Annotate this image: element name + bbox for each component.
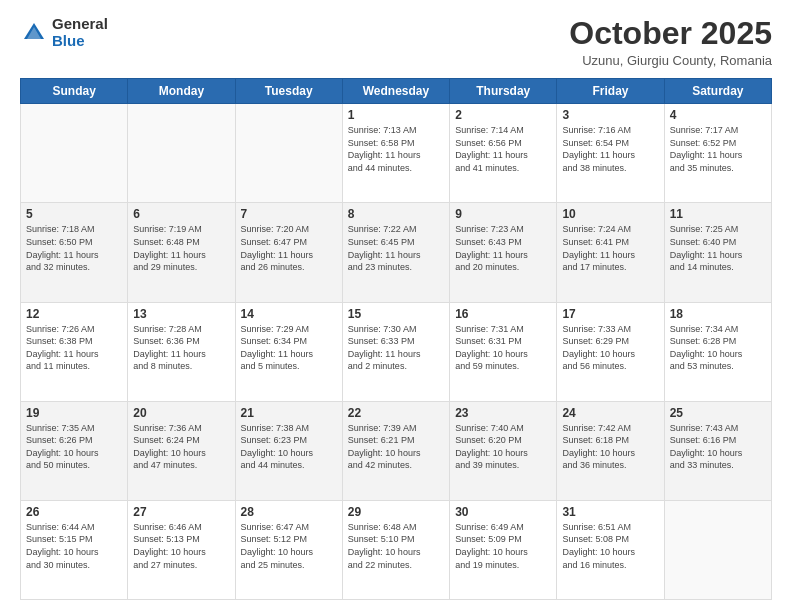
day-info: Sunrise: 6:49 AM Sunset: 5:09 PM Dayligh… [455,521,551,571]
day-number: 7 [241,207,337,221]
day-info: Sunrise: 6:48 AM Sunset: 5:10 PM Dayligh… [348,521,444,571]
day-number: 12 [26,307,122,321]
day-number: 19 [26,406,122,420]
logo-general-text: General [52,16,108,33]
day-cell [235,104,342,203]
day-header-monday: Monday [128,79,235,104]
day-cell: 22Sunrise: 7:39 AM Sunset: 6:21 PM Dayli… [342,401,449,500]
day-number: 17 [562,307,658,321]
day-cell: 25Sunrise: 7:43 AM Sunset: 6:16 PM Dayli… [664,401,771,500]
day-cell [21,104,128,203]
day-number: 13 [133,307,229,321]
day-cell: 30Sunrise: 6:49 AM Sunset: 5:09 PM Dayli… [450,500,557,599]
day-info: Sunrise: 7:36 AM Sunset: 6:24 PM Dayligh… [133,422,229,472]
day-info: Sunrise: 7:18 AM Sunset: 6:50 PM Dayligh… [26,223,122,273]
day-cell: 3Sunrise: 7:16 AM Sunset: 6:54 PM Daylig… [557,104,664,203]
logo-text: General Blue [52,16,108,49]
day-info: Sunrise: 7:26 AM Sunset: 6:38 PM Dayligh… [26,323,122,373]
day-info: Sunrise: 7:30 AM Sunset: 6:33 PM Dayligh… [348,323,444,373]
day-info: Sunrise: 6:44 AM Sunset: 5:15 PM Dayligh… [26,521,122,571]
day-cell: 18Sunrise: 7:34 AM Sunset: 6:28 PM Dayli… [664,302,771,401]
day-header-friday: Friday [557,79,664,104]
week-row-0: 1Sunrise: 7:13 AM Sunset: 6:58 PM Daylig… [21,104,772,203]
day-header-thursday: Thursday [450,79,557,104]
day-info: Sunrise: 7:35 AM Sunset: 6:26 PM Dayligh… [26,422,122,472]
day-number: 16 [455,307,551,321]
day-cell: 21Sunrise: 7:38 AM Sunset: 6:23 PM Dayli… [235,401,342,500]
day-info: Sunrise: 7:13 AM Sunset: 6:58 PM Dayligh… [348,124,444,174]
day-cell: 9Sunrise: 7:23 AM Sunset: 6:43 PM Daylig… [450,203,557,302]
day-cell: 12Sunrise: 7:26 AM Sunset: 6:38 PM Dayli… [21,302,128,401]
day-header-tuesday: Tuesday [235,79,342,104]
day-cell: 17Sunrise: 7:33 AM Sunset: 6:29 PM Dayli… [557,302,664,401]
day-info: Sunrise: 6:46 AM Sunset: 5:13 PM Dayligh… [133,521,229,571]
day-info: Sunrise: 7:14 AM Sunset: 6:56 PM Dayligh… [455,124,551,174]
day-number: 21 [241,406,337,420]
day-info: Sunrise: 7:28 AM Sunset: 6:36 PM Dayligh… [133,323,229,373]
day-number: 3 [562,108,658,122]
day-number: 4 [670,108,766,122]
day-info: Sunrise: 7:23 AM Sunset: 6:43 PM Dayligh… [455,223,551,273]
day-info: Sunrise: 7:25 AM Sunset: 6:40 PM Dayligh… [670,223,766,273]
day-number: 22 [348,406,444,420]
day-header-wednesday: Wednesday [342,79,449,104]
day-number: 25 [670,406,766,420]
header-row: SundayMondayTuesdayWednesdayThursdayFrid… [21,79,772,104]
day-cell: 6Sunrise: 7:19 AM Sunset: 6:48 PM Daylig… [128,203,235,302]
logo-blue-text: Blue [52,33,108,50]
day-cell: 31Sunrise: 6:51 AM Sunset: 5:08 PM Dayli… [557,500,664,599]
day-cell: 13Sunrise: 7:28 AM Sunset: 6:36 PM Dayli… [128,302,235,401]
day-cell: 11Sunrise: 7:25 AM Sunset: 6:40 PM Dayli… [664,203,771,302]
day-number: 28 [241,505,337,519]
day-number: 6 [133,207,229,221]
day-info: Sunrise: 7:34 AM Sunset: 6:28 PM Dayligh… [670,323,766,373]
day-cell: 8Sunrise: 7:22 AM Sunset: 6:45 PM Daylig… [342,203,449,302]
day-info: Sunrise: 7:19 AM Sunset: 6:48 PM Dayligh… [133,223,229,273]
day-cell: 28Sunrise: 6:47 AM Sunset: 5:12 PM Dayli… [235,500,342,599]
day-cell: 5Sunrise: 7:18 AM Sunset: 6:50 PM Daylig… [21,203,128,302]
day-number: 20 [133,406,229,420]
day-info: Sunrise: 6:51 AM Sunset: 5:08 PM Dayligh… [562,521,658,571]
day-number: 9 [455,207,551,221]
day-info: Sunrise: 7:29 AM Sunset: 6:34 PM Dayligh… [241,323,337,373]
day-info: Sunrise: 7:38 AM Sunset: 6:23 PM Dayligh… [241,422,337,472]
day-number: 10 [562,207,658,221]
day-number: 5 [26,207,122,221]
day-info: Sunrise: 7:39 AM Sunset: 6:21 PM Dayligh… [348,422,444,472]
day-cell: 29Sunrise: 6:48 AM Sunset: 5:10 PM Dayli… [342,500,449,599]
day-info: Sunrise: 7:40 AM Sunset: 6:20 PM Dayligh… [455,422,551,472]
header: General Blue October 2025 Uzunu, Giurgiu… [20,16,772,68]
day-cell: 23Sunrise: 7:40 AM Sunset: 6:20 PM Dayli… [450,401,557,500]
day-header-saturday: Saturday [664,79,771,104]
day-number: 14 [241,307,337,321]
day-cell: 15Sunrise: 7:30 AM Sunset: 6:33 PM Dayli… [342,302,449,401]
week-row-4: 26Sunrise: 6:44 AM Sunset: 5:15 PM Dayli… [21,500,772,599]
day-cell: 16Sunrise: 7:31 AM Sunset: 6:31 PM Dayli… [450,302,557,401]
day-cell: 1Sunrise: 7:13 AM Sunset: 6:58 PM Daylig… [342,104,449,203]
logo: General Blue [20,16,108,49]
day-cell [664,500,771,599]
day-number: 26 [26,505,122,519]
day-cell: 19Sunrise: 7:35 AM Sunset: 6:26 PM Dayli… [21,401,128,500]
day-info: Sunrise: 6:47 AM Sunset: 5:12 PM Dayligh… [241,521,337,571]
calendar-table: SundayMondayTuesdayWednesdayThursdayFrid… [20,78,772,600]
day-info: Sunrise: 7:17 AM Sunset: 6:52 PM Dayligh… [670,124,766,174]
day-number: 11 [670,207,766,221]
day-cell: 14Sunrise: 7:29 AM Sunset: 6:34 PM Dayli… [235,302,342,401]
week-row-2: 12Sunrise: 7:26 AM Sunset: 6:38 PM Dayli… [21,302,772,401]
day-cell [128,104,235,203]
month-title: October 2025 [569,16,772,51]
day-cell: 10Sunrise: 7:24 AM Sunset: 6:41 PM Dayli… [557,203,664,302]
day-info: Sunrise: 7:43 AM Sunset: 6:16 PM Dayligh… [670,422,766,472]
subtitle: Uzunu, Giurgiu County, Romania [569,53,772,68]
day-cell: 26Sunrise: 6:44 AM Sunset: 5:15 PM Dayli… [21,500,128,599]
title-area: October 2025 Uzunu, Giurgiu County, Roma… [569,16,772,68]
day-info: Sunrise: 7:24 AM Sunset: 6:41 PM Dayligh… [562,223,658,273]
day-header-sunday: Sunday [21,79,128,104]
logo-icon [20,19,48,47]
day-cell: 27Sunrise: 6:46 AM Sunset: 5:13 PM Dayli… [128,500,235,599]
day-number: 2 [455,108,551,122]
day-number: 31 [562,505,658,519]
day-info: Sunrise: 7:22 AM Sunset: 6:45 PM Dayligh… [348,223,444,273]
day-info: Sunrise: 7:20 AM Sunset: 6:47 PM Dayligh… [241,223,337,273]
